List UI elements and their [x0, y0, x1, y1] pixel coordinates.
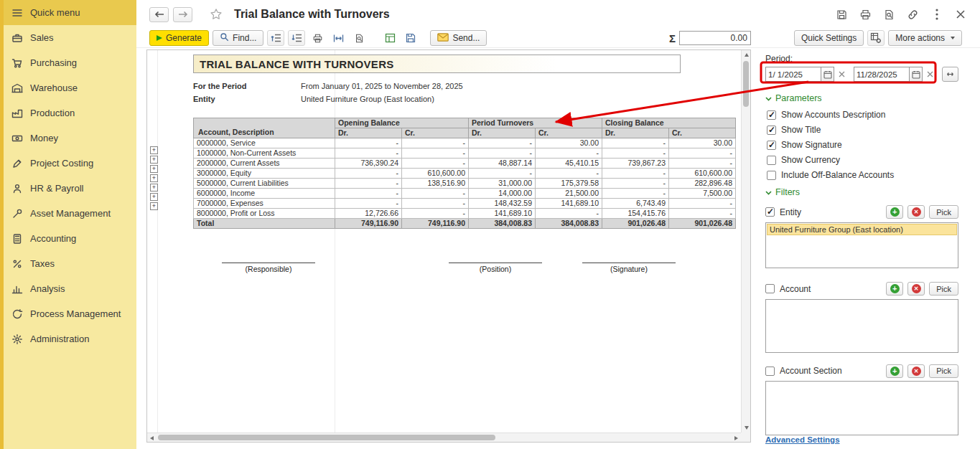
account-cell[interactable]: 6000000, Income — [194, 189, 335, 199]
value-cell[interactable]: - — [402, 148, 469, 159]
remove-account-section-button[interactable] — [907, 364, 925, 378]
sidebar-item-hr-payroll[interactable]: HR & Payroll — [4, 176, 136, 201]
value-cell[interactable]: - — [602, 169, 669, 179]
account-section-list[interactable] — [765, 381, 958, 435]
sidebar-item-quick-menu[interactable]: Quick menu — [4, 0, 136, 25]
value-cell[interactable]: 21,500.00 — [536, 189, 602, 199]
value-cell[interactable]: 141,689.10 — [536, 199, 602, 209]
date-from-input[interactable] — [765, 67, 821, 82]
value-cell[interactable]: - — [469, 138, 536, 148]
report-settings-icon-button[interactable] — [867, 30, 885, 46]
expand-icon[interactable]: + — [150, 156, 158, 164]
closing-balance-header[interactable]: Closing Balance — [602, 118, 736, 128]
scroll-right-button[interactable] — [732, 433, 741, 443]
value-cell[interactable]: 45,410.15 — [536, 159, 602, 169]
value-cell[interactable]: - — [469, 148, 536, 159]
param-include-off-balance-accounts[interactable]: Include Off-Balance Accounts — [765, 168, 958, 183]
value-cell[interactable]: - — [669, 159, 736, 169]
value-cell[interactable]: 30.00 — [536, 138, 602, 148]
param-show-title[interactable]: Show Title — [765, 123, 958, 138]
filter-account-checkbox-row[interactable]: Account — [765, 281, 882, 297]
total-value-cell[interactable]: 901,026.48 — [669, 219, 736, 229]
expand-icon[interactable]: + — [150, 184, 158, 192]
value-cell[interactable]: 7,500.00 — [669, 189, 736, 199]
collapse-groups-button[interactable] — [267, 30, 284, 46]
account-list[interactable] — [765, 299, 958, 354]
entity-list-item[interactable]: United Furniture Group (East location) — [767, 224, 957, 235]
value-cell[interactable]: - — [469, 169, 536, 179]
value-cell[interactable]: - — [402, 209, 469, 219]
value-cell[interactable]: - — [402, 138, 469, 148]
account-cell[interactable]: 2000000, Current Assets — [194, 159, 335, 169]
value-cell[interactable]: 739,867.23 — [602, 159, 669, 169]
value-cell[interactable]: 175,379.58 — [536, 179, 602, 189]
value-cell[interactable]: 610,600.00 — [402, 169, 469, 179]
value-cell[interactable]: 14,000.00 — [469, 189, 536, 199]
more-actions-button[interactable]: More actions — [888, 30, 962, 46]
total-value-cell[interactable]: 384,008.83 — [469, 219, 536, 229]
remove-entity-button[interactable] — [907, 205, 925, 219]
cr-column-header[interactable]: Cr. — [536, 128, 602, 138]
horizontal-scroll-thumb[interactable] — [158, 435, 495, 440]
print-icon[interactable] — [856, 6, 875, 23]
value-cell[interactable]: - — [335, 148, 402, 159]
add-account-button[interactable] — [886, 282, 903, 296]
value-cell[interactable]: 12,726.66 — [335, 209, 402, 219]
filters-section-header[interactable]: Filters — [765, 187, 958, 197]
filter-account-section-checkbox-row[interactable]: Account Section — [765, 363, 882, 379]
kebab-menu-icon[interactable] — [927, 6, 946, 23]
value-cell[interactable]: - — [669, 148, 736, 159]
clear-date-icon[interactable] — [836, 70, 846, 80]
value-cell[interactable]: - — [669, 199, 736, 209]
value-cell[interactable]: - — [402, 159, 469, 169]
sidebar-item-project-costing[interactable]: Project Costing — [4, 151, 136, 176]
scroll-up-button[interactable] — [742, 50, 751, 60]
clear-date-icon[interactable] — [925, 70, 935, 80]
expand-icon[interactable]: + — [150, 202, 158, 210]
sidebar-item-production[interactable]: Production — [4, 100, 136, 126]
sidebar-item-money[interactable]: Money — [4, 126, 136, 151]
link-icon[interactable] — [903, 6, 923, 23]
calendar-icon[interactable] — [910, 67, 923, 82]
expand-icon[interactable]: + — [150, 174, 158, 182]
send-button[interactable]: Send... — [430, 30, 487, 46]
value-cell[interactable]: 48,887.14 — [469, 159, 536, 169]
print-preview-icon[interactable] — [350, 30, 368, 46]
pick-account-button[interactable]: Pick — [929, 282, 958, 296]
remove-account-button[interactable] — [907, 282, 925, 296]
value-cell[interactable]: 141,689.10 — [469, 209, 536, 219]
param-show-signature[interactable]: Show Signature — [765, 138, 958, 153]
value-cell[interactable]: - — [536, 148, 602, 159]
dr-column-header[interactable]: Dr. — [602, 128, 669, 138]
value-cell[interactable]: - — [335, 189, 402, 199]
parameters-section-header[interactable]: Parameters — [765, 93, 958, 103]
vertical-scrollbar[interactable] — [741, 50, 750, 433]
sidebar-item-analysis[interactable]: Analysis — [4, 276, 136, 301]
sidebar-item-accounting[interactable]: Accounting — [4, 226, 136, 251]
sidebar-item-purchasing[interactable]: Purchasing — [4, 50, 136, 75]
save-icon[interactable] — [832, 6, 851, 23]
expand-icon[interactable]: + — [150, 146, 158, 154]
sum-field[interactable] — [679, 31, 751, 45]
value-cell[interactable]: 30.00 — [669, 138, 736, 148]
expand-icon[interactable]: + — [150, 165, 158, 173]
save-result-icon[interactable] — [402, 30, 419, 46]
forward-button[interactable] — [173, 7, 192, 22]
scroll-down-button[interactable] — [742, 423, 751, 433]
add-entity-button[interactable] — [886, 205, 903, 219]
back-button[interactable] — [149, 7, 169, 22]
find-button[interactable]: Find... — [213, 30, 263, 46]
value-cell[interactable]: - — [335, 138, 402, 148]
pick-account-section-button[interactable]: Pick — [929, 364, 958, 378]
total-value-cell[interactable]: 901,026.48 — [602, 219, 669, 229]
value-cell[interactable]: - — [602, 189, 669, 199]
value-cell[interactable]: - — [602, 148, 669, 159]
sidebar-item-warehouse[interactable]: Warehouse — [4, 75, 136, 100]
sidebar-item-sales[interactable]: Sales — [4, 25, 136, 50]
sidebar-item-taxes[interactable]: Taxes — [4, 251, 136, 276]
value-cell[interactable]: - — [335, 169, 402, 179]
calendar-icon[interactable] — [821, 67, 834, 82]
sidebar-item-asset-management[interactable]: Asset Management — [4, 201, 136, 226]
value-cell[interactable]: 610,600.00 — [669, 169, 736, 179]
filter-entity-checkbox-row[interactable]: Entity — [765, 204, 882, 220]
